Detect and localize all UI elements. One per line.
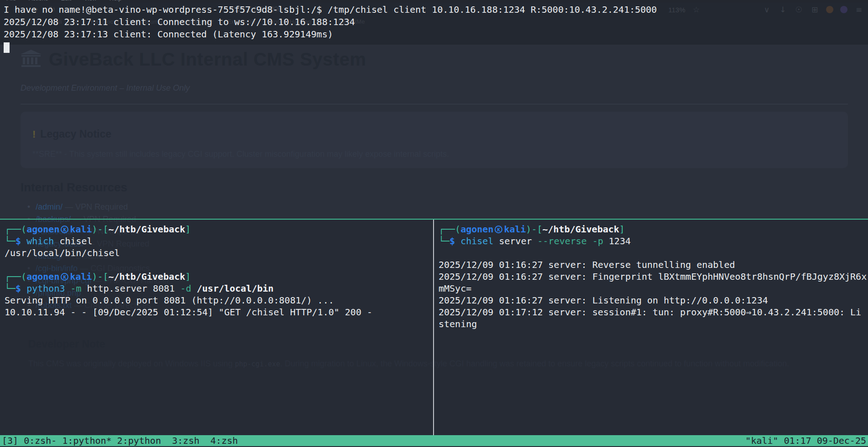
left-pane-lines: ┌──(agonenKkali)-[~/htb/Giveback]└─$ whi… bbox=[5, 223, 431, 318]
terminal-line: ┌──(agonenKkali)-[~/htb/Giveback] bbox=[5, 271, 431, 283]
extensions-icon[interactable]: ⊞ bbox=[810, 5, 819, 14]
divider bbox=[21, 104, 848, 104]
circled-k-icon: K bbox=[495, 226, 502, 233]
browser-action-icons: ∨↓☉⊞≡ bbox=[762, 5, 863, 14]
right-pane-lines: ┌──(agonenKkali)-[~/htb/Giveback]└─$ chi… bbox=[439, 223, 866, 330]
tmux-status-bar: [3] 0:zsh- 1:python* 2:python 3:zsh 4:zs… bbox=[0, 435, 868, 446]
exclamation-icon: ! bbox=[32, 128, 36, 140]
tmux-session-clock: "kali" 01:17 09-Dec-25 bbox=[744, 435, 868, 446]
terminal-line: └─$ python3 -m http.server 8081 -d /usr/… bbox=[5, 283, 431, 294]
terminal-line: Serving HTTP on 0.0.0.0 port 8081 (http:… bbox=[5, 294, 431, 306]
bullet: • bbox=[27, 202, 30, 211]
terminal-line: 2025/12/08 23:17:11 client: Connecting t… bbox=[4, 16, 657, 28]
legacy-notice-box: !Legacy Notice **SRE** - This system sti… bbox=[21, 112, 848, 168]
left-pane[interactable]: ┌──(agonenKkali)-[~/htb/Giveback]└─$ whi… bbox=[5, 223, 431, 318]
star-icon[interactable]: ☆ bbox=[692, 5, 701, 14]
terminal-line: 2025/12/09 01:16:27 server: Reverse tunn… bbox=[439, 259, 866, 271]
tmux-horizontal-border[interactable] bbox=[0, 219, 868, 220]
ext-orange-icon[interactable] bbox=[826, 6, 833, 13]
terminal-line: 2025/12/09 01:17:12 server: session#1: t… bbox=[439, 306, 866, 318]
terminal-line: 2025/12/09 01:16:27 server: Fingerprint … bbox=[439, 271, 866, 283]
terminal-line: I have no name!@beta-vino-wp-wordpress-7… bbox=[4, 4, 657, 16]
terminal-line bbox=[5, 259, 431, 271]
resource-desc: — VPN Required bbox=[62, 202, 128, 211]
terminal-line: 10.10.11.94 - - [09/Dec/2025 01:12:54] "… bbox=[5, 306, 431, 318]
terminal-line: ┌──(agonenKkali)-[~/htb/Giveback] bbox=[5, 223, 431, 235]
top-terminal[interactable]: I have no name!@beta-vino-wp-wordpress-7… bbox=[4, 4, 657, 53]
terminal-line: mMSyc= bbox=[439, 283, 866, 294]
resource-link[interactable]: /admin/ bbox=[36, 202, 62, 211]
right-pane[interactable]: ┌──(agonenKkali)-[~/htb/Giveback]└─$ chi… bbox=[439, 223, 866, 330]
terminal-line: /usr/local/bin/chisel bbox=[5, 247, 431, 259]
urlbar-icons: ☆ bbox=[692, 5, 701, 14]
resource-item: •/admin/ — VPN Required bbox=[27, 202, 169, 215]
circled-k-icon: K bbox=[61, 226, 68, 233]
ext-purple-icon[interactable] bbox=[840, 6, 847, 13]
pocket-icon[interactable]: ∨ bbox=[762, 5, 771, 14]
terminal-line: └─$ which chisel bbox=[5, 235, 431, 247]
internal-resources-heading: Internal Resources bbox=[21, 180, 127, 195]
circled-k-icon: K bbox=[61, 273, 68, 281]
terminal-line: ┌──(agonenKkali)-[~/htb/Giveback] bbox=[439, 223, 866, 235]
legacy-notice-title: Legacy Notice bbox=[40, 128, 111, 140]
terminal-cursor bbox=[4, 42, 10, 53]
legacy-notice-body: **SRE** - This system still includes leg… bbox=[32, 149, 836, 159]
terminal-line: └─$ chisel server --reverse -p 1234 bbox=[439, 235, 866, 247]
tmux-vertical-border[interactable] bbox=[433, 220, 434, 435]
terminal-line: 2025/12/08 23:17:13 client: Connected (L… bbox=[4, 28, 657, 41]
tmux-window-list[interactable]: [3] 0:zsh- 1:python* 2:python 3:zsh 4:zs… bbox=[0, 435, 240, 446]
profile-icon[interactable]: ☉ bbox=[794, 5, 803, 14]
terminal-line: 2025/12/09 01:16:27 server: Listening on… bbox=[439, 294, 866, 306]
terminal-line bbox=[439, 247, 866, 259]
top-terminal-lines: I have no name!@beta-vino-wp-wordpress-7… bbox=[4, 4, 657, 41]
download-icon[interactable]: ↓ bbox=[778, 5, 787, 14]
legacy-notice-title-row: !Legacy Notice bbox=[32, 128, 836, 140]
zoom-level-badge[interactable]: 113% bbox=[668, 6, 685, 14]
page-subtitle: Development Environment – Internal Use O… bbox=[21, 83, 190, 93]
menu-icon[interactable]: ≡ bbox=[854, 5, 863, 14]
screen: GiveBack LLC Internal CMS System Develop… bbox=[0, 0, 868, 447]
terminal-line: stening bbox=[439, 318, 866, 330]
urlbar-right-cluster: 113% ☆ bbox=[668, 5, 701, 14]
